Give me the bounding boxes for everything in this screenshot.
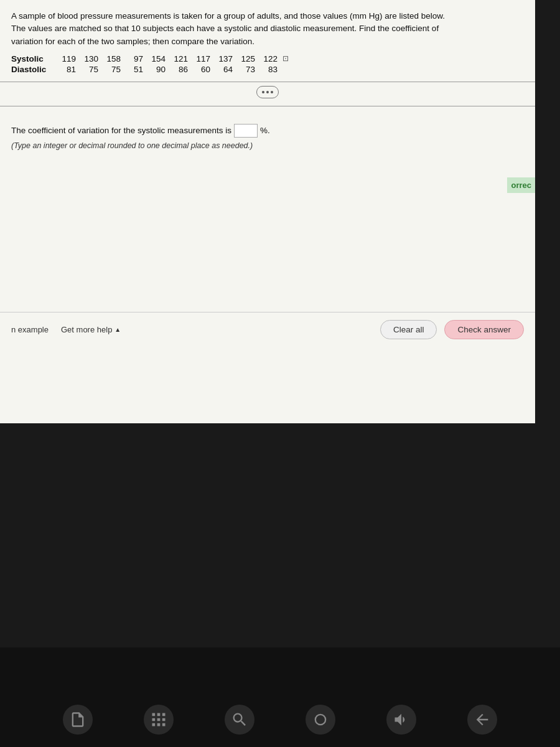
systolic-values: 119 130 158 97 154 121 117 137 125 122 ⊡: [56, 54, 289, 63]
correct-badge-text: orrec: [511, 181, 531, 190]
data-table: Systolic 119 130 158 97 154 121 117 137 …: [11, 54, 524, 74]
diastolic-val-6: 86: [168, 65, 190, 74]
taskbar-search-icon[interactable]: [225, 705, 254, 735]
get-more-help-label: Get more help: [61, 325, 112, 334]
problem-text: A sample of blood pressure measurements …: [11, 10, 524, 48]
taskbar-back-icon[interactable]: [467, 705, 497, 735]
get-more-help-button[interactable]: Get more help ▲: [61, 325, 121, 334]
n-example-link[interactable]: n example: [11, 325, 49, 334]
diastolic-val-10: 83: [258, 65, 280, 74]
right-tools: Clear all Check answer: [380, 320, 524, 339]
clear-all-button[interactable]: Clear all: [380, 320, 437, 339]
taskbar-volume-icon[interactable]: [386, 705, 416, 735]
coefficient-line: The coefficient of variation for the sys…: [11, 124, 524, 138]
diastolic-val-3: 75: [101, 65, 123, 74]
correct-badge: orrec: [507, 177, 535, 193]
systolic-val-9: 125: [235, 54, 258, 63]
nav-icons-row: [0, 705, 560, 735]
copy-icon[interactable]: ⊡: [282, 54, 289, 63]
bottom-divider: [0, 106, 535, 106]
diastolic-label: Diastolic: [11, 65, 56, 74]
coefficient-input[interactable]: [234, 124, 258, 138]
arrow-up-icon: ▲: [114, 326, 121, 333]
diastolic-val-4: 51: [123, 65, 146, 74]
percent-sign: %.: [260, 126, 270, 135]
problem-line2: The values are matched so that 10 subjec…: [11, 24, 439, 33]
taskbar-apps-icon[interactable]: [144, 705, 174, 735]
systolic-val-8: 137: [213, 54, 235, 63]
diastolic-val-5: 90: [146, 65, 168, 74]
coefficient-text-before: The coefficient of variation for the sys…: [11, 126, 231, 135]
systolic-val-4: 97: [123, 54, 146, 63]
diastolic-row: Diastolic 81 75 75 51 90 86 60 64 73 83: [11, 65, 524, 74]
ellipsis-button[interactable]: [256, 86, 279, 98]
problem-line3: variation for each of the two samples; t…: [11, 37, 254, 46]
top-divider: [0, 82, 535, 82]
systolic-label: Systolic: [11, 54, 56, 63]
taskbar-home-icon[interactable]: [306, 705, 335, 735]
systolic-val-10: 122: [258, 54, 280, 63]
diastolic-val-8: 64: [213, 65, 235, 74]
diastolic-val-1: 81: [56, 65, 78, 74]
systolic-val-7: 117: [190, 54, 213, 63]
taskbar-file-icon[interactable]: [63, 705, 93, 735]
systolic-val-3: 158: [101, 54, 123, 63]
diastolic-values: 81 75 75 51 90 86 60 64 73 83: [56, 65, 280, 74]
check-answer-button[interactable]: Check answer: [444, 320, 524, 339]
problem-line1: A sample of blood pressure measurements …: [11, 11, 445, 21]
svg-point-0: [315, 715, 325, 725]
taskbar: [0, 647, 560, 747]
systolic-val-1: 119: [56, 54, 78, 63]
left-tools: n example Get more help ▲: [11, 325, 121, 334]
question-container: A sample of blood pressure measurements …: [0, 0, 535, 74]
hint-text: (Type an integer or decimal rounded to o…: [11, 141, 524, 150]
bottom-toolbar: n example Get more help ▲ Clear all Chec…: [0, 312, 535, 347]
diastolic-val-9: 73: [235, 65, 258, 74]
main-content: A sample of blood pressure measurements …: [0, 0, 535, 423]
answer-section: The coefficient of variation for the sys…: [0, 114, 535, 150]
systolic-row: Systolic 119 130 158 97 154 121 117 137 …: [11, 54, 524, 63]
systolic-val-2: 130: [78, 54, 101, 63]
systolic-val-5: 154: [146, 54, 168, 63]
systolic-val-6: 121: [168, 54, 190, 63]
diastolic-val-7: 60: [190, 65, 213, 74]
diastolic-val-2: 75: [78, 65, 101, 74]
